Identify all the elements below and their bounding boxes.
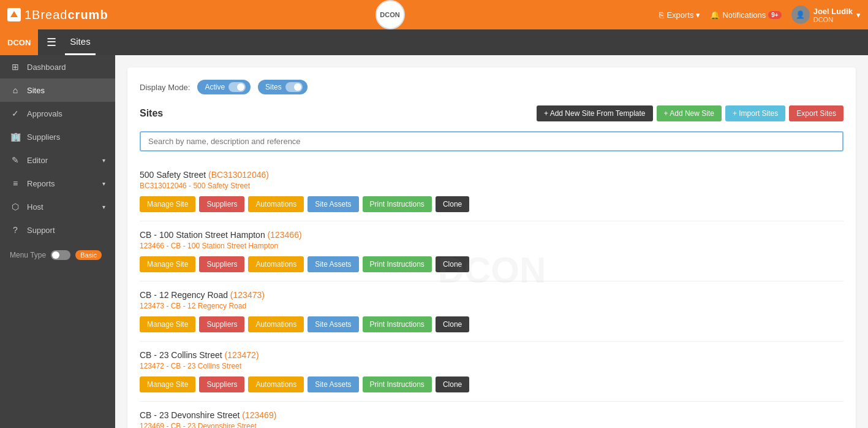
site-name: CB - 23 Devonshire Street (123469) bbox=[140, 410, 843, 420]
reports-expand-icon: ▾ bbox=[102, 180, 105, 187]
notification-badge: 9+ bbox=[768, 11, 781, 19]
add-from-template-button[interactable]: + Add New Site From Template bbox=[537, 105, 653, 121]
print-instructions-button[interactable]: Print Instructions bbox=[363, 376, 432, 392]
sidebar: ⊞ Dashboard ⌂ Sites ✓ Approvals 🏢 Suppli… bbox=[0, 55, 115, 428]
sites-section-title: Sites bbox=[140, 108, 163, 119]
manage-site-button[interactable]: Manage Site bbox=[140, 256, 195, 272]
host-icon: ⬡ bbox=[10, 202, 21, 212]
active-switch[interactable] bbox=[228, 82, 246, 92]
clone-button[interactable]: Clone bbox=[436, 196, 469, 212]
sites-header: Sites + Add New Site From Template + Add… bbox=[140, 105, 843, 121]
notifications-button[interactable]: 🔔 Notifications 9+ bbox=[710, 10, 781, 20]
site-id: (123466) bbox=[268, 230, 302, 240]
sites-actions: + Add New Site From Template + Add New S… bbox=[537, 105, 843, 121]
app-logo: 1Breadcrumb bbox=[7, 8, 108, 22]
site-id: (123472) bbox=[225, 350, 259, 360]
site-item: CB - 23 Collins Street (123472) 123472 -… bbox=[140, 342, 843, 402]
site-name: CB - 23 Collins Street (123472) bbox=[140, 350, 843, 360]
site-item: CB - 100 Station Street Hampton (123466)… bbox=[140, 221, 843, 281]
dcon-badge[interactable]: DCON bbox=[0, 29, 38, 55]
sidebar-item-sites[interactable]: ⌂ Sites bbox=[0, 78, 115, 102]
center-logo: DCON bbox=[376, 0, 405, 29]
top-navbar: 1Breadcrumb DCON ⎘ Exports ▾ 🔔 Notificat… bbox=[0, 0, 868, 29]
clone-button[interactable]: Clone bbox=[436, 256, 469, 272]
basic-label: Basic bbox=[75, 250, 102, 260]
sidebar-item-dashboard[interactable]: ⊞ Dashboard bbox=[0, 55, 115, 78]
content-card: DCON Display Mode: Active Sites Sites bbox=[127, 67, 856, 428]
sidebar-item-host[interactable]: ⬡ Host ▾ bbox=[0, 195, 115, 218]
site-assets-button[interactable]: Site Assets bbox=[308, 196, 358, 212]
site-name: CB - 12 Regency Road (123473) bbox=[140, 290, 843, 300]
add-new-site-button[interactable]: + Add New Site bbox=[657, 105, 722, 121]
suppliers-button[interactable]: Suppliers bbox=[199, 196, 244, 212]
automations-button[interactable]: Automations bbox=[248, 256, 304, 272]
manage-site-button[interactable]: Manage Site bbox=[140, 316, 195, 332]
page-tab-sites[interactable]: Sites bbox=[65, 29, 95, 55]
sidebar-item-suppliers[interactable]: 🏢 Suppliers bbox=[0, 125, 115, 148]
sidebar-item-editor[interactable]: ✎ Editor ▾ bbox=[0, 148, 115, 172]
exports-button[interactable]: ⎘ Exports ▾ bbox=[659, 10, 700, 20]
hamburger-menu[interactable]: ☰ bbox=[38, 36, 65, 49]
top-nav-right: ⎘ Exports ▾ 🔔 Notifications 9+ 👤 Joel Lu… bbox=[659, 6, 861, 24]
automations-button[interactable]: Automations bbox=[248, 196, 304, 212]
suppliers-button[interactable]: Suppliers bbox=[199, 316, 244, 332]
clone-button[interactable]: Clone bbox=[436, 376, 469, 392]
sites-list: 500 Safety Street (BC313012046) BC313012… bbox=[140, 161, 843, 428]
site-assets-button[interactable]: Site Assets bbox=[308, 376, 358, 392]
site-assets-button[interactable]: Site Assets bbox=[308, 256, 358, 272]
active-toggle[interactable]: Active bbox=[197, 80, 251, 94]
site-id: (123469) bbox=[242, 410, 276, 420]
display-mode-row: Display Mode: Active Sites bbox=[140, 80, 843, 94]
menu-type-toggle[interactable] bbox=[51, 250, 70, 260]
approvals-icon: ✓ bbox=[10, 109, 21, 118]
svg-marker-0 bbox=[10, 11, 18, 17]
manage-site-button[interactable]: Manage Site bbox=[140, 196, 195, 212]
suppliers-button[interactable]: Suppliers bbox=[199, 256, 244, 272]
sidebar-item-reports[interactable]: ≡ Reports ▾ bbox=[0, 172, 115, 195]
sites-toggle[interactable]: Sites bbox=[258, 80, 308, 94]
automations-button[interactable]: Automations bbox=[248, 376, 304, 392]
menu-type-row: Menu Type Basic bbox=[0, 244, 115, 266]
site-buttons: Manage Site Suppliers Automations Site A… bbox=[140, 376, 843, 392]
import-sites-button[interactable]: + Import Sites bbox=[725, 105, 785, 121]
export-sites-button[interactable]: Export Sites bbox=[789, 105, 843, 121]
site-sub: BC313012046 - 500 Safety Street bbox=[140, 182, 843, 190]
search-input[interactable] bbox=[140, 131, 843, 151]
page-layout: ⊞ Dashboard ⌂ Sites ✓ Approvals 🏢 Suppli… bbox=[0, 55, 868, 428]
sidebar-item-support[interactable]: ? Support bbox=[0, 218, 115, 242]
site-buttons: Manage Site Suppliers Automations Site A… bbox=[140, 256, 843, 272]
sidebar-item-approvals[interactable]: ✓ Approvals bbox=[0, 102, 115, 125]
main-content: DCON Display Mode: Active Sites Sites bbox=[115, 55, 868, 428]
app-name: 1Breadcrumb bbox=[25, 8, 108, 22]
print-instructions-button[interactable]: Print Instructions bbox=[363, 196, 432, 212]
user-details: Joel Ludik DCON bbox=[813, 7, 853, 23]
display-mode-label: Display Mode: bbox=[140, 83, 190, 92]
print-instructions-button[interactable]: Print Instructions bbox=[363, 256, 432, 272]
site-assets-button[interactable]: Site Assets bbox=[308, 316, 358, 332]
sites-icon: ⌂ bbox=[10, 85, 21, 95]
site-name: 500 Safety Street (BC313012046) bbox=[140, 170, 843, 180]
site-sub: 123466 - CB - 100 Station Street Hampton bbox=[140, 242, 843, 250]
site-id: (123473) bbox=[230, 290, 265, 300]
editor-expand-icon: ▾ bbox=[102, 157, 105, 164]
user-info[interactable]: 👤 Joel Ludik DCON ▾ bbox=[791, 6, 861, 24]
menu-type-label: Menu Type bbox=[10, 251, 46, 259]
sites-switch[interactable] bbox=[285, 82, 303, 92]
site-sub: 123469 - CB - 23 Devonshire Street bbox=[140, 422, 843, 428]
dashboard-icon: ⊞ bbox=[10, 62, 21, 72]
site-name: CB - 100 Station Street Hampton (123466) bbox=[140, 230, 843, 240]
site-id: (BC313012046) bbox=[208, 170, 269, 180]
print-instructions-button[interactable]: Print Instructions bbox=[363, 316, 432, 332]
manage-site-button[interactable]: Manage Site bbox=[140, 376, 195, 392]
second-navbar: DCON ☰ Sites bbox=[0, 29, 868, 55]
site-item: CB - 23 Devonshire Street (123469) 12346… bbox=[140, 402, 843, 428]
bell-icon: 🔔 bbox=[710, 10, 720, 20]
editor-icon: ✎ bbox=[10, 155, 21, 165]
clone-button[interactable]: Clone bbox=[436, 316, 469, 332]
automations-button[interactable]: Automations bbox=[248, 316, 304, 332]
site-item: CB - 12 Regency Road (123473) 123473 - C… bbox=[140, 281, 843, 342]
suppliers-button[interactable]: Suppliers bbox=[199, 376, 244, 392]
export-icon: ⎘ bbox=[659, 10, 664, 20]
host-expand-icon: ▾ bbox=[102, 204, 105, 210]
site-item: 500 Safety Street (BC313012046) BC313012… bbox=[140, 161, 843, 221]
